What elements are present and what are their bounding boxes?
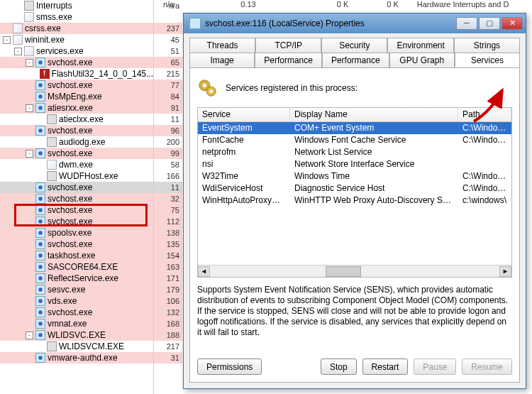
process-name: svchost.exe (48, 216, 92, 227)
tab-performance-graph[interactable]: Performance Graph (322, 53, 389, 67)
col-service[interactable]: Service (198, 108, 290, 121)
svc-icon (35, 194, 45, 204)
process-name: MsMpEng.exe (48, 91, 102, 102)
process-value: 237 (154, 23, 182, 34)
tree-row[interactable]: csrss.exe (0, 23, 153, 34)
service-display: COM+ Event System (290, 122, 458, 134)
services-columns[interactable]: Service Display Name Path (198, 108, 511, 122)
scroll-track[interactable] (210, 266, 499, 277)
tree-row[interactable]: svchost.exe (0, 182, 153, 193)
tree-row[interactable]: dwm.exe (0, 159, 153, 170)
tree-row[interactable]: sesvc.exe (0, 284, 153, 295)
service-row[interactable]: WinHttpAutoProxySvcWinHTTP Web Proxy Aut… (198, 195, 511, 207)
service-row[interactable]: netprofmNetwork List Service (198, 146, 511, 158)
stop-button[interactable]: Stop (321, 359, 357, 375)
process-name: vds.exe (48, 295, 77, 307)
process-value (154, 11, 182, 23)
tree-row[interactable]: svchost.exe (0, 307, 153, 318)
svc-icon (35, 330, 45, 340)
tree-row[interactable]: -atiesrxx.exe (0, 102, 153, 114)
service-path (458, 158, 511, 170)
tree-row[interactable]: -wininit.exe (0, 34, 153, 45)
tree-row[interactable]: svchost.exe (0, 80, 153, 91)
maximize-button[interactable]: ▢ (479, 17, 500, 30)
tab-services[interactable]: Services (455, 53, 520, 67)
tree-row[interactable]: ReflectService.exe (0, 273, 153, 284)
tab-gpu-graph[interactable]: GPU Graph (389, 53, 455, 67)
tree-row[interactable]: svchost.exe (0, 193, 153, 204)
col-path[interactable]: Path (458, 108, 511, 121)
win-icon (13, 35, 23, 45)
restart-button[interactable]: Restart (362, 359, 409, 375)
dialog-titlebar[interactable]: svchost.exe:116 (LocalService) Propertie… (184, 13, 526, 33)
process-value: 91 (154, 102, 182, 114)
tree-row[interactable]: -svchost.exe (0, 57, 153, 68)
expander-icon[interactable]: - (26, 59, 33, 67)
svc-icon (35, 217, 45, 226)
tree-row[interactable]: Interrupts (0, 0, 153, 11)
process-value: 132 (154, 307, 182, 318)
tab-strings[interactable]: Strings (454, 38, 520, 53)
service-display: Network Store Interface Service (290, 158, 458, 170)
service-path: C:\Windows (458, 170, 511, 182)
tree-row[interactable]: svchost.exe (0, 216, 153, 227)
tree-row[interactable]: WUDFHost.exe (0, 170, 153, 182)
process-name: svchost.exe (48, 204, 92, 216)
service-row[interactable]: nsiNetwork Store Interface Service (198, 158, 511, 170)
expander-icon[interactable]: - (26, 150, 33, 158)
scroll-thumb[interactable] (326, 266, 361, 277)
service-path: C:\Windows (458, 122, 511, 134)
process-value: 166 (154, 170, 182, 182)
resume-button[interactable]: Resume (462, 359, 512, 375)
tree-row[interactable]: taskhost.exe (0, 250, 153, 261)
scroll-right-icon[interactable]: ► (499, 266, 511, 277)
tree-row[interactable]: smss.exe (0, 11, 153, 23)
scroll-left-icon[interactable]: ◄ (198, 266, 210, 277)
tab-environment[interactable]: Environment (387, 38, 453, 53)
tree-row[interactable]: MsMpEng.exe (0, 91, 153, 102)
tree-row[interactable]: vmware-authd.exe (0, 352, 153, 363)
tree-row[interactable]: SASCORE64.EXE (0, 261, 153, 273)
tree-row[interactable]: audiodg.exe (0, 136, 153, 148)
service-row[interactable]: FontCacheWindows Font Cache ServiceC:\Wi… (198, 134, 511, 146)
pause-button[interactable]: Pause (414, 359, 456, 375)
process-value: 77 (154, 80, 182, 91)
process-name: sesvc.exe (48, 284, 85, 295)
tree-row[interactable]: vmnat.exe (0, 318, 153, 329)
process-name: csrss.exe (25, 23, 61, 34)
tree-row[interactable]: WLIDSVCM.EXE (0, 341, 153, 352)
tree-row[interactable]: atieclxx.exe (0, 114, 153, 125)
col-display-name[interactable]: Display Name (290, 108, 458, 121)
flash-icon: f (40, 69, 50, 79)
service-row[interactable]: EventSystemCOM+ Event SystemC:\Windows (198, 122, 511, 134)
tree-row[interactable]: -services.exe (0, 45, 153, 57)
tree-row[interactable]: fFlashUtil32_14_0_0_145... (0, 68, 153, 80)
tab-performance[interactable]: Performance (255, 53, 322, 67)
horizontal-scrollbar[interactable]: ◄ ► (198, 265, 511, 277)
tab-image[interactable]: Image (189, 53, 255, 67)
tab-security[interactable]: Security (321, 38, 387, 53)
service-row[interactable]: W32TimeWindows TimeC:\Windows (198, 170, 511, 182)
tab-tcp-ip[interactable]: TCP/IP (255, 38, 321, 53)
tree-row[interactable]: -WLIDSVC.EXE (0, 329, 153, 341)
process-name: WLIDSVC.EXE (48, 329, 106, 341)
expander-icon[interactable]: - (3, 36, 11, 44)
process-value: 135 (154, 239, 182, 250)
service-row[interactable]: WdiServiceHostDiagnostic Service HostC:\… (198, 182, 511, 195)
tree-row[interactable]: -svchost.exe (0, 148, 153, 159)
expander-icon[interactable]: - (14, 48, 22, 55)
tree-row[interactable]: svchost.exe (0, 125, 153, 136)
tree-row[interactable]: svchost.exe (0, 204, 153, 216)
close-button[interactable]: ✕ (501, 17, 523, 30)
minimize-button[interactable]: ─ (456, 17, 477, 30)
tree-row[interactable]: svchost.exe (0, 239, 153, 250)
process-name: FlashUtil32_14_0_0_145... (52, 68, 153, 80)
permissions-button[interactable]: Permissions (197, 359, 262, 375)
process-tree[interactable]: Interruptssmss.execsrss.exe-wininit.exe-… (0, 0, 154, 394)
services-list[interactable]: Service Display Name Path EventSystemCOM… (197, 107, 512, 278)
tree-row[interactable]: vds.exe (0, 295, 153, 307)
expander-icon[interactable]: - (26, 332, 33, 339)
expander-icon[interactable]: - (26, 104, 33, 112)
tab-threads[interactable]: Threads (189, 38, 255, 53)
tree-row[interactable]: spoolsv.exe (0, 227, 153, 239)
